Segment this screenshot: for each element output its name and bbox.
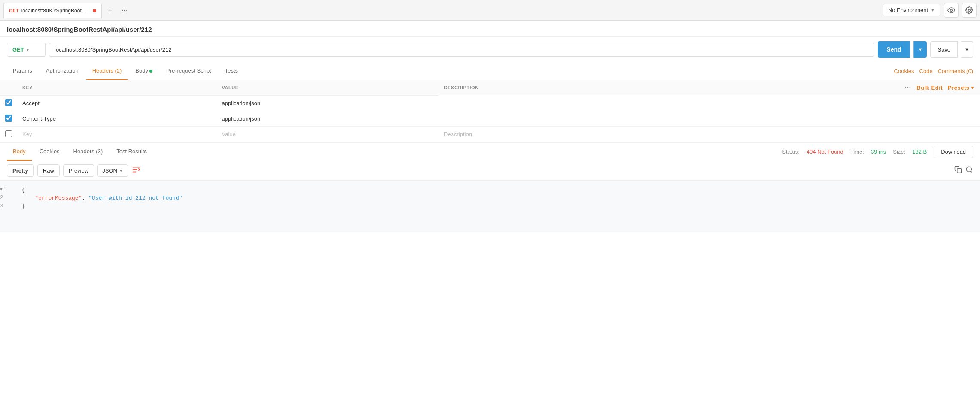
preview-button[interactable]: Preview — [63, 164, 94, 177]
tab-tests[interactable]: Tests — [219, 62, 244, 80]
table-row-placeholder: Key Value Description — [0, 126, 980, 142]
tab-authorization[interactable]: Authorization — [40, 62, 85, 80]
send-dropdown-button[interactable]: ▼ — [913, 41, 927, 58]
tab-pre-request[interactable]: Pre-request Script — [160, 62, 217, 80]
resp-tab-headers[interactable]: Headers (3) — [67, 143, 109, 161]
more-options-icon[interactable]: ··· — [904, 84, 911, 91]
placeholder-value[interactable]: Value — [217, 126, 439, 142]
code-text-3: } — [21, 203, 25, 210]
resp-tab-body[interactable]: Body — [7, 143, 32, 161]
method-label: GET — [12, 46, 24, 53]
size-value: 182 B — [912, 149, 927, 155]
collapse-arrow-icon[interactable]: ▼ — [0, 188, 2, 192]
body-dot-icon — [149, 70, 152, 73]
download-button[interactable]: Download — [934, 146, 973, 158]
svg-point-6 — [966, 167, 971, 172]
tab-headers[interactable]: Headers (2) — [86, 62, 128, 80]
table-row: Content-Type application/json — [0, 111, 980, 126]
req-tabs-right: Cookies Code Comments (0) — [894, 68, 973, 74]
resp-tab-test-results-label: Test Results — [116, 148, 147, 155]
format-chevron-icon: ▼ — [119, 168, 123, 173]
col-checkbox — [0, 80, 17, 95]
row1-key-cell[interactable]: Accept — [17, 95, 217, 111]
size-label: Size: — [893, 149, 905, 155]
method-dropdown[interactable]: GET ▼ — [7, 43, 46, 57]
time-label: Time: — [850, 149, 864, 155]
status-value: 404 Not Found — [807, 149, 843, 155]
request-tabs: Params Authorization Headers (2) Body Pr… — [0, 62, 980, 80]
json-value: "User with id 212 not found" — [88, 195, 182, 201]
col-description-header: DESCRIPTION ··· Bulk Edit Presets ▼ — [439, 80, 980, 95]
code-text-2: "errorMessage": "User with id 212 not fo… — [21, 195, 182, 201]
response-status-bar: Status: 404 Not Found Time: 39 ms Size: … — [782, 146, 973, 158]
more-tabs-button[interactable]: ··· — [118, 4, 131, 17]
cookies-link[interactable]: Cookies — [894, 68, 914, 74]
table-row: Accept application/json — [0, 95, 980, 111]
row2-desc-cell[interactable] — [439, 111, 980, 126]
resp-tab-test-results[interactable]: Test Results — [110, 143, 153, 161]
col-value-header: VALUE — [217, 80, 439, 95]
save-button[interactable]: Save — [930, 41, 958, 58]
send-chevron-icon: ▼ — [918, 47, 923, 52]
address-bar: localhost:8080/SpringBootRestApi/api/use… — [0, 21, 980, 37]
tab-bar-right: No Environment ▼ — [883, 3, 977, 18]
environment-selector[interactable]: No Environment ▼ — [883, 4, 940, 16]
response-tabs-bar: Body Cookies Headers (3) Test Results St… — [0, 143, 980, 161]
send-button[interactable]: Send — [878, 41, 910, 58]
row1-desc-cell[interactable] — [439, 95, 980, 111]
response-section: Body Cookies Headers (3) Test Results St… — [0, 143, 980, 232]
wrap-icon[interactable] — [131, 165, 141, 176]
tab-params[interactable]: Params — [7, 62, 38, 80]
placeholder-key[interactable]: Key — [17, 126, 217, 142]
row2-value-cell[interactable]: application/json — [217, 111, 439, 126]
url-input[interactable] — [49, 43, 874, 57]
raw-button[interactable]: Raw — [37, 164, 60, 177]
eye-button[interactable] — [944, 3, 959, 18]
code-line-1: ▼ 1 { — [0, 186, 980, 194]
tab-headers-label: Headers (2) — [92, 67, 122, 74]
save-dropdown-button[interactable]: ▼ — [961, 41, 973, 58]
request-title: localhost:8080/SpringBootRestApi/api/use… — [7, 26, 152, 33]
presets-chevron-icon: ▼ — [971, 85, 975, 90]
tab-params-label: Params — [13, 67, 32, 74]
code-line-2: 2 "errorMessage": "User with id 212 not … — [0, 194, 980, 202]
resp-tab-cookies[interactable]: Cookies — [33, 143, 66, 161]
resp-tab-cookies-label: Cookies — [40, 148, 60, 155]
headers-section: KEY VALUE DESCRIPTION ··· Bulk Edit Pres… — [0, 80, 980, 142]
row1-checkbox[interactable] — [5, 99, 12, 106]
tab-authorization-label: Authorization — [46, 67, 79, 74]
row2-checkbox[interactable] — [5, 115, 12, 122]
search-icon[interactable] — [965, 166, 973, 175]
code-link[interactable]: Code — [919, 68, 933, 74]
line-num-2: 2 — [0, 195, 21, 201]
row2-key-cell[interactable]: Content-Type — [17, 111, 217, 126]
pretty-button[interactable]: Pretty — [7, 164, 34, 177]
row2-checkbox-cell — [0, 111, 17, 126]
code-line-3: 3 } — [0, 202, 980, 210]
comments-link[interactable]: Comments (0) — [938, 68, 973, 74]
new-tab-button[interactable]: + — [103, 4, 116, 17]
line-num-3: 3 — [0, 203, 21, 209]
row1-value-cell[interactable]: application/json — [217, 95, 439, 111]
resp-tab-headers-label: Headers (3) — [73, 148, 103, 155]
placeholder-description[interactable]: Description — [439, 126, 980, 142]
headers-table: KEY VALUE DESCRIPTION ··· Bulk Edit Pres… — [0, 80, 980, 142]
tab-body[interactable]: Body — [129, 62, 158, 80]
active-tab[interactable]: GET localhost:8080/SpringBootRestA… — [3, 3, 102, 18]
resp-toolbar-right — [954, 166, 973, 175]
gear-icon — [965, 6, 973, 14]
tab-pre-request-label: Pre-request Script — [166, 67, 211, 74]
svg-point-1 — [968, 9, 971, 11]
response-code-area: ▼ 1 { 2 "errorMessage": "User with id 21… — [0, 181, 980, 232]
presets-button[interactable]: Presets ▼ — [948, 85, 975, 91]
copy-icon[interactable] — [954, 166, 962, 175]
line-num-1: ▼ 1 — [0, 187, 21, 193]
settings-button[interactable] — [962, 3, 977, 18]
format-label: JSON — [102, 167, 117, 174]
format-dropdown[interactable]: JSON ▼ — [97, 164, 128, 177]
bulk-edit-button[interactable]: Bulk Edit — [916, 85, 943, 91]
col-key-header: KEY — [17, 80, 217, 95]
response-toolbar: Pretty Raw Preview JSON ▼ — [0, 161, 980, 181]
placeholder-checkbox[interactable] — [5, 130, 12, 137]
eye-icon — [947, 6, 955, 14]
